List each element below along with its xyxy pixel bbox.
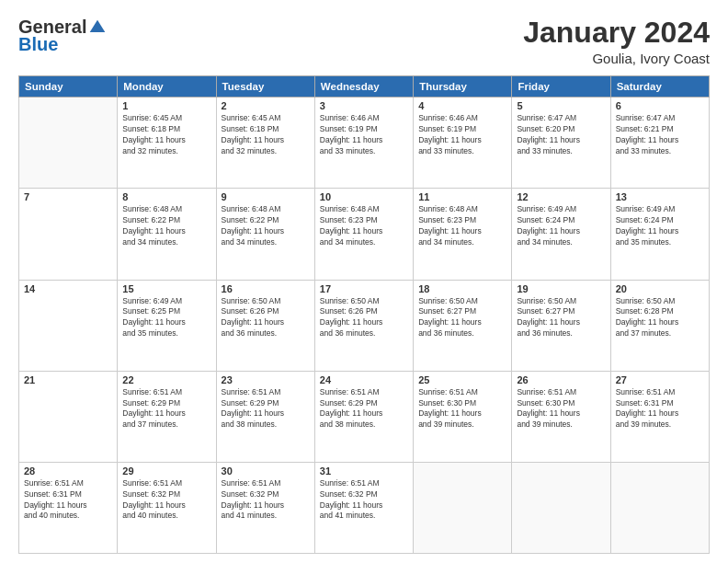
table-row	[414, 462, 512, 553]
table-row: 20Sunrise: 6:50 AM Sunset: 6:28 PM Dayli…	[610, 280, 709, 371]
calendar-table: Sunday Monday Tuesday Wednesday Thursday…	[18, 75, 710, 554]
day-number: 8	[122, 191, 210, 202]
day-info: Sunrise: 6:46 AM Sunset: 6:19 PM Dayligh…	[320, 113, 408, 157]
header-monday: Monday	[118, 76, 216, 98]
table-row: 7	[19, 189, 118, 280]
day-info: Sunrise: 6:50 AM Sunset: 6:27 PM Dayligh…	[418, 296, 506, 340]
day-info: Sunrise: 6:49 AM Sunset: 6:25 PM Dayligh…	[122, 296, 210, 340]
day-number: 30	[222, 465, 310, 477]
day-info: Sunrise: 6:48 AM Sunset: 6:23 PM Dayligh…	[418, 204, 506, 248]
calendar-week-row: 1Sunrise: 6:45 AM Sunset: 6:18 PM Daylig…	[19, 98, 710, 189]
day-number: 26	[517, 374, 605, 385]
day-info: Sunrise: 6:51 AM Sunset: 6:32 PM Dayligh…	[122, 478, 210, 523]
day-info: Sunrise: 6:47 AM Sunset: 6:21 PM Dayligh…	[616, 113, 704, 157]
day-number: 3	[320, 100, 408, 111]
day-number: 23	[222, 374, 310, 385]
day-info: Sunrise: 6:50 AM Sunset: 6:26 PM Dayligh…	[320, 296, 408, 340]
table-row: 11Sunrise: 6:48 AM Sunset: 6:23 PM Dayli…	[414, 189, 512, 280]
title-section: January 2024 Goulia, Ivory Coast	[523, 17, 710, 66]
day-info: Sunrise: 6:50 AM Sunset: 6:26 PM Dayligh…	[222, 296, 310, 340]
table-row: 23Sunrise: 6:51 AM Sunset: 6:29 PM Dayli…	[216, 371, 314, 462]
table-row: 13Sunrise: 6:49 AM Sunset: 6:24 PM Dayli…	[610, 189, 709, 280]
day-number: 4	[418, 100, 506, 111]
day-number: 24	[320, 374, 408, 385]
day-info: Sunrise: 6:47 AM Sunset: 6:20 PM Dayligh…	[517, 113, 605, 157]
logo-blue: Blue	[18, 34, 58, 55]
day-info: Sunrise: 6:51 AM Sunset: 6:32 PM Dayligh…	[222, 478, 310, 523]
day-info: Sunrise: 6:51 AM Sunset: 6:29 PM Dayligh…	[320, 387, 408, 431]
month-title: January 2024	[523, 17, 710, 49]
table-row: 31Sunrise: 6:51 AM Sunset: 6:32 PM Dayli…	[314, 462, 413, 553]
table-row: 8Sunrise: 6:48 AM Sunset: 6:22 PM Daylig…	[118, 189, 216, 280]
table-row: 5Sunrise: 6:47 AM Sunset: 6:20 PM Daylig…	[512, 98, 610, 189]
page: General Blue January 2024 Goulia, Ivory …	[0, 0, 728, 563]
header: General Blue January 2024 Goulia, Ivory …	[18, 17, 710, 66]
day-info: Sunrise: 6:48 AM Sunset: 6:23 PM Dayligh…	[320, 204, 408, 248]
svg-marker-0	[90, 19, 106, 31]
day-number: 13	[616, 191, 704, 202]
day-number: 19	[517, 283, 605, 294]
header-sunday: Sunday	[19, 76, 118, 98]
weekday-header-row: Sunday Monday Tuesday Wednesday Thursday…	[19, 76, 710, 98]
day-number: 15	[122, 283, 210, 294]
day-info: Sunrise: 6:48 AM Sunset: 6:22 PM Dayligh…	[122, 204, 210, 248]
table-row: 29Sunrise: 6:51 AM Sunset: 6:32 PM Dayli…	[118, 462, 216, 553]
table-row: 26Sunrise: 6:51 AM Sunset: 6:30 PM Dayli…	[512, 371, 610, 462]
table-row: 3Sunrise: 6:46 AM Sunset: 6:19 PM Daylig…	[314, 98, 413, 189]
day-number: 31	[320, 465, 408, 477]
day-number: 14	[24, 283, 112, 294]
calendar-week-row: 28Sunrise: 6:51 AM Sunset: 6:31 PM Dayli…	[19, 462, 710, 553]
header-wednesday: Wednesday	[314, 76, 413, 98]
day-number: 29	[122, 465, 210, 477]
day-info: Sunrise: 6:51 AM Sunset: 6:30 PM Dayligh…	[517, 387, 605, 431]
day-info: Sunrise: 6:51 AM Sunset: 6:29 PM Dayligh…	[222, 387, 310, 431]
header-tuesday: Tuesday	[216, 76, 314, 98]
table-row: 27Sunrise: 6:51 AM Sunset: 6:31 PM Dayli…	[610, 371, 709, 462]
day-number: 12	[517, 191, 605, 202]
calendar-week-row: 1415Sunrise: 6:49 AM Sunset: 6:25 PM Day…	[19, 280, 710, 371]
day-info: Sunrise: 6:51 AM Sunset: 6:31 PM Dayligh…	[616, 387, 704, 431]
day-number: 6	[616, 100, 704, 111]
day-info: Sunrise: 6:50 AM Sunset: 6:28 PM Dayligh…	[616, 296, 704, 340]
table-row: 9Sunrise: 6:48 AM Sunset: 6:22 PM Daylig…	[216, 189, 314, 280]
day-number: 17	[320, 283, 408, 294]
table-row: 6Sunrise: 6:47 AM Sunset: 6:21 PM Daylig…	[610, 98, 709, 189]
header-thursday: Thursday	[414, 76, 512, 98]
day-number: 18	[418, 283, 506, 294]
location-title: Goulia, Ivory Coast	[523, 51, 710, 66]
day-number: 10	[320, 191, 408, 202]
table-row: 10Sunrise: 6:48 AM Sunset: 6:23 PM Dayli…	[314, 189, 413, 280]
table-row: 14	[19, 280, 118, 371]
day-number: 25	[418, 374, 506, 385]
day-number: 20	[616, 283, 704, 294]
day-number: 22	[122, 374, 210, 385]
table-row: 16Sunrise: 6:50 AM Sunset: 6:26 PM Dayli…	[216, 280, 314, 371]
table-row: 25Sunrise: 6:51 AM Sunset: 6:30 PM Dayli…	[414, 371, 512, 462]
logo: General Blue	[18, 17, 107, 55]
day-number: 27	[616, 374, 704, 385]
table-row: 30Sunrise: 6:51 AM Sunset: 6:32 PM Dayli…	[216, 462, 314, 553]
day-info: Sunrise: 6:51 AM Sunset: 6:30 PM Dayligh…	[418, 387, 506, 431]
day-info: Sunrise: 6:51 AM Sunset: 6:32 PM Dayligh…	[320, 478, 408, 523]
header-saturday: Saturday	[610, 76, 709, 98]
calendar-week-row: 2122Sunrise: 6:51 AM Sunset: 6:29 PM Day…	[19, 371, 710, 462]
day-number: 11	[418, 191, 506, 202]
day-number: 2	[222, 100, 310, 111]
table-row	[610, 462, 709, 553]
table-row: 28Sunrise: 6:51 AM Sunset: 6:31 PM Dayli…	[19, 462, 118, 553]
day-number: 21	[24, 374, 112, 385]
logo-icon	[88, 18, 107, 37]
header-friday: Friday	[512, 76, 610, 98]
table-row: 1Sunrise: 6:45 AM Sunset: 6:18 PM Daylig…	[118, 98, 216, 189]
day-number: 1	[122, 100, 210, 111]
day-info: Sunrise: 6:46 AM Sunset: 6:19 PM Dayligh…	[418, 113, 506, 157]
day-info: Sunrise: 6:48 AM Sunset: 6:22 PM Dayligh…	[222, 204, 310, 248]
table-row: 12Sunrise: 6:49 AM Sunset: 6:24 PM Dayli…	[512, 189, 610, 280]
table-row: 2Sunrise: 6:45 AM Sunset: 6:18 PM Daylig…	[216, 98, 314, 189]
day-info: Sunrise: 6:50 AM Sunset: 6:27 PM Dayligh…	[517, 296, 605, 340]
day-number: 28	[24, 465, 112, 477]
day-number: 9	[222, 191, 310, 202]
table-row	[512, 462, 610, 553]
table-row	[19, 98, 118, 189]
table-row: 17Sunrise: 6:50 AM Sunset: 6:26 PM Dayli…	[314, 280, 413, 371]
